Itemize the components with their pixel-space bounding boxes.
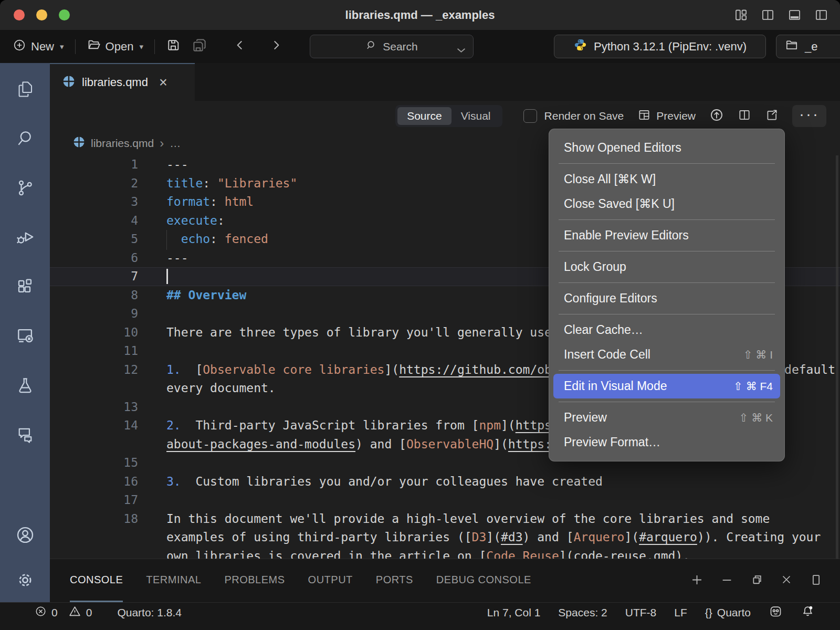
new-dropdown-caret-icon[interactable]: ▾ <box>60 42 64 51</box>
search-input[interactable]: Search <box>310 35 474 58</box>
warning-count: 0 <box>86 606 92 619</box>
menu-separator <box>559 163 775 164</box>
open-button-label: Open <box>106 40 134 54</box>
menu-item-label: Insert Code Cell <box>564 348 650 362</box>
indentation-status[interactable]: Spaces: 2 <box>558 606 607 619</box>
line-number: 1 <box>50 155 138 174</box>
line-number: 16 <box>50 472 138 491</box>
split-editor-icon[interactable] <box>738 108 751 124</box>
menu-item-close-saved-k-u[interactable]: Close Saved [⌘K U] <box>553 192 780 216</box>
testing-flask-icon[interactable] <box>14 374 37 397</box>
menu-separator <box>559 370 775 371</box>
feedback-icon[interactable] <box>769 604 783 621</box>
navigate-back-icon[interactable] <box>233 38 247 55</box>
more-actions-button[interactable]: ··· <box>792 105 826 127</box>
render-on-save-checkbox[interactable] <box>523 109 537 123</box>
panel-tab-problems[interactable]: PROBLEMS <box>224 559 285 602</box>
open-dropdown-caret-icon[interactable]: ▾ <box>139 42 143 51</box>
panel-tab-terminal[interactable]: TERMINAL <box>146 559 201 602</box>
menu-item-show-opened-editors[interactable]: Show Opened Editors <box>553 135 780 160</box>
code-row[interactable]: own libraries is covered in the article … <box>50 547 840 560</box>
visual-mode-button[interactable]: Visual <box>452 107 500 125</box>
account-icon[interactable] <box>14 523 37 547</box>
settings-gear-icon[interactable] <box>14 569 37 592</box>
menu-item-enable-preview-editors[interactable]: Enable Preview Editors <box>553 223 780 248</box>
braces-icon: {} <box>705 606 712 619</box>
chat-icon[interactable] <box>14 423 37 446</box>
code-row[interactable]: 163. Custom libraries you and/or your co… <box>50 472 840 491</box>
panel-tab-ports[interactable]: PORTS <box>376 559 413 602</box>
encoding-status[interactable]: UTF-8 <box>625 606 657 619</box>
editor-scrollbar[interactable] <box>836 155 838 559</box>
panel-tab-debug-console[interactable]: DEBUG CONSOLE <box>436 559 531 602</box>
language-mode-status[interactable]: {} Quarto <box>705 606 751 619</box>
workspace-selector[interactable]: _e <box>776 35 840 58</box>
menu-item-label: Preview <box>564 411 607 425</box>
interpreter-selector[interactable]: Python 3.12.1 (PipEnv: .venv) <box>554 35 766 58</box>
quarto-version-status[interactable]: Quarto: 1.8.4 <box>117 606 182 619</box>
minimize-panel-icon[interactable] <box>720 573 734 589</box>
tab-libraries-qmd[interactable]: libraries.qmd × <box>50 63 195 101</box>
extensions-icon[interactable] <box>14 275 37 298</box>
open-button[interactable]: Open ▾ <box>87 38 143 55</box>
menu-item-label: Clear Cache… <box>564 323 643 337</box>
notifications-bell-icon[interactable] <box>801 604 815 621</box>
menu-item-preview[interactable]: Preview⇧ ⌘ K <box>553 405 780 430</box>
editor-actions-menu: Show Opened EditorsClose All [⌘K W]Close… <box>549 129 785 461</box>
menu-item-lock-group[interactable]: Lock Group <box>553 255 780 279</box>
maximize-panel-icon[interactable] <box>750 573 764 589</box>
plus-circle-icon <box>13 38 26 55</box>
preview-icon <box>637 108 651 124</box>
interpreter-label: Python 3.12.1 (PipEnv: .venv) <box>594 40 747 54</box>
code-row[interactable]: 18In this document we'll provide a high-… <box>50 510 840 529</box>
eol-status[interactable]: LF <box>674 606 687 619</box>
run-and-debug-icon[interactable] <box>14 226 37 249</box>
navigate-forward-icon[interactable] <box>269 38 283 55</box>
source-control-icon[interactable] <box>14 176 37 200</box>
code-row[interactable]: 17 <box>50 491 840 510</box>
menu-item-edit-in-visual-mode[interactable]: Edit in Visual Mode⇧ ⌘ F4 <box>553 374 780 398</box>
panel-tab-console[interactable]: CONSOLE <box>70 559 123 602</box>
panel-layout-icon[interactable] <box>809 573 823 589</box>
save-icon[interactable] <box>166 38 181 56</box>
panel-tab-output[interactable]: OUTPUT <box>308 559 353 602</box>
cursor-position-status[interactable]: Ln 7, Col 1 <box>487 606 541 619</box>
close-panel-icon[interactable] <box>780 573 793 589</box>
text-cursor <box>166 269 168 284</box>
menu-separator <box>559 219 775 220</box>
tab-close-icon[interactable]: × <box>159 76 167 90</box>
folder-icon <box>785 38 799 55</box>
preview-button-label[interactable]: Preview <box>656 110 696 122</box>
breadcrumb-more[interactable]: … <box>170 137 181 150</box>
open-in-new-window-icon[interactable] <box>765 108 779 124</box>
menu-item-close-all-k-w[interactable]: Close All [⌘K W] <box>553 167 780 192</box>
search-icon <box>365 39 377 54</box>
save-all-icon[interactable] <box>192 37 207 56</box>
new-button[interactable]: New ▾ <box>13 38 64 55</box>
language-mode-label: Quarto <box>717 606 751 619</box>
menu-item-preview-format[interactable]: Preview Format… <box>553 430 780 455</box>
menu-item-insert-code-cell[interactable]: Insert Code Cell⇧ ⌘ I <box>553 342 780 367</box>
problems-status[interactable]: 0 0 <box>35 605 92 621</box>
new-console-plus-icon[interactable] <box>690 573 704 589</box>
split-editor-layout-icon[interactable] <box>761 8 775 22</box>
toolbar-divider <box>154 39 155 54</box>
new-button-label: New <box>31 40 54 54</box>
menu-item-clear-cache[interactable]: Clear Cache… <box>553 318 780 342</box>
toggle-secondary-sidebar-icon[interactable] <box>814 8 828 22</box>
remote-explorer-icon[interactable] <box>14 324 37 348</box>
menu-item-configure-editors[interactable]: Configure Editors <box>553 286 780 311</box>
customize-layout-icon[interactable] <box>734 8 748 22</box>
folder-open-icon <box>87 38 101 55</box>
search-sidebar-icon[interactable] <box>14 127 37 150</box>
explorer-icon[interactable] <box>14 78 37 101</box>
publish-icon[interactable] <box>709 108 724 125</box>
breadcrumb-file[interactable]: libraries.qmd <box>91 137 154 150</box>
menu-item-label: Preview Format… <box>564 435 660 449</box>
search-scope-chevron-icon[interactable] <box>457 44 466 56</box>
error-count: 0 <box>51 606 58 619</box>
code-row[interactable]: examples of using third-party libraries … <box>50 528 840 547</box>
source-mode-button[interactable]: Source <box>397 107 452 125</box>
menu-separator <box>559 251 775 251</box>
toggle-panel-icon[interactable] <box>788 8 802 22</box>
